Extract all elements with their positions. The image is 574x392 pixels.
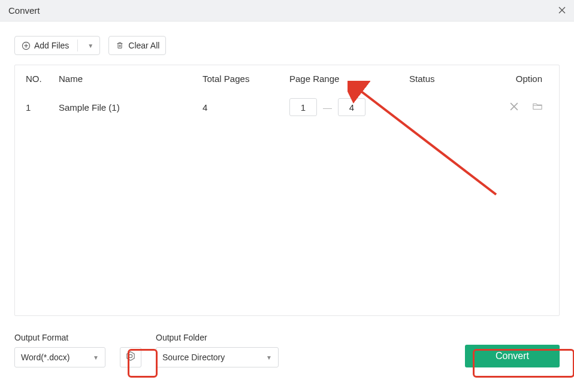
chevron-down-icon: ▼: [93, 354, 99, 361]
output-folder-label: Output Folder: [156, 333, 279, 342]
footer: Output Format Word(*.docx) ▼ Output Fold…: [14, 333, 560, 367]
convert-label: Convert: [496, 351, 529, 361]
range-dash: —: [323, 102, 332, 113]
chevron-down-icon[interactable]: ▼: [84, 42, 97, 49]
gear-icon: [125, 351, 136, 364]
table-header: NO. Name Total Pages Page Range Status O…: [15, 65, 559, 92]
toolbar: Add Files ▼ Clear All: [14, 36, 560, 55]
content-area: Add Files ▼ Clear All NO. Name Total Pag…: [0, 22, 574, 382]
file-table: NO. Name Total Pages Page Range Status O…: [14, 65, 560, 316]
svg-marker-1: [127, 352, 134, 360]
titlebar: Convert: [0, 0, 574, 22]
separator: [77, 39, 78, 51]
table-row: 1 Sample File (1) 4 —: [15, 92, 559, 123]
row-option: [490, 102, 548, 113]
output-folder-group: Output Folder Source Directory ▼: [156, 333, 279, 367]
trash-icon: [115, 41, 125, 50]
folder-icon[interactable]: [533, 102, 542, 113]
svg-point-2: [129, 354, 132, 357]
output-folder-value: Source Directory: [162, 353, 225, 362]
header-page-range: Page Range: [289, 74, 409, 84]
close-icon[interactable]: [558, 6, 566, 16]
header-name: Name: [59, 74, 203, 84]
output-format-select[interactable]: Word(*.docx) ▼: [14, 347, 105, 367]
output-format-group: Output Format Word(*.docx) ▼: [14, 333, 105, 367]
window-title: Convert: [8, 5, 40, 16]
header-option: Option: [490, 74, 548, 84]
page-range-from-input[interactable]: [289, 98, 317, 116]
settings-button[interactable]: [120, 347, 141, 367]
add-files-button[interactable]: Add Files ▼: [14, 36, 100, 55]
remove-row-icon[interactable]: [510, 102, 518, 113]
output-format-value: Word(*.docx): [21, 353, 70, 362]
row-total-pages: 4: [203, 102, 289, 113]
row-name: Sample File (1): [59, 102, 203, 113]
convert-button[interactable]: Convert: [465, 345, 560, 367]
clear-all-label: Clear All: [128, 41, 159, 50]
header-total-pages: Total Pages: [203, 74, 289, 84]
clear-all-button[interactable]: Clear All: [108, 36, 166, 55]
output-folder-select[interactable]: Source Directory ▼: [156, 347, 279, 367]
header-no: NO.: [26, 74, 59, 84]
page-range-to-input[interactable]: [338, 98, 365, 116]
chevron-down-icon: ▼: [266, 354, 272, 361]
row-page-range: —: [289, 98, 409, 116]
output-format-label: Output Format: [14, 333, 105, 342]
plus-circle-icon: [21, 41, 31, 50]
row-no: 1: [26, 102, 59, 113]
header-status: Status: [409, 74, 490, 84]
add-files-label: Add Files: [34, 41, 69, 50]
